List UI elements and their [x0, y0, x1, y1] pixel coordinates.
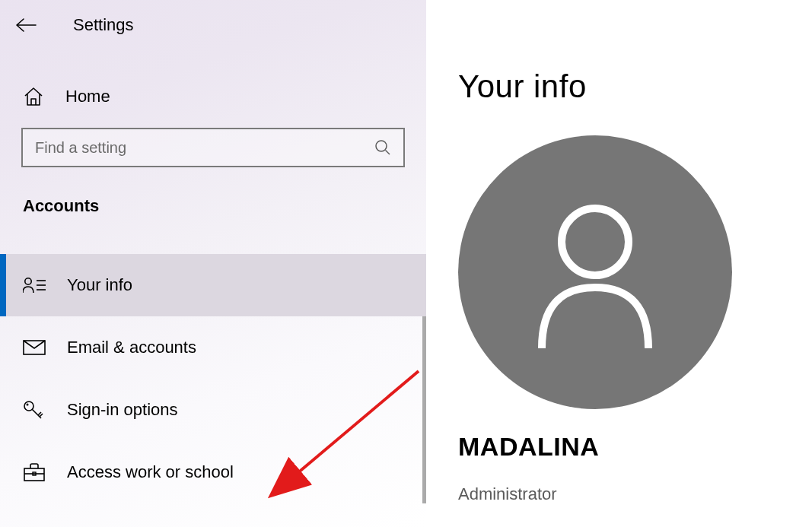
- svg-line-1: [386, 151, 390, 155]
- key-icon: [23, 400, 46, 420]
- home-nav[interactable]: Home: [0, 87, 426, 106]
- header-row: Settings: [0, 0, 426, 35]
- window-title: Settings: [73, 15, 134, 35]
- nav-label: Sign-in options: [67, 400, 178, 420]
- search-input[interactable]: [35, 139, 374, 157]
- home-label: Home: [65, 87, 110, 106]
- sidebar: Settings Home Accounts: [0, 0, 426, 527]
- svg-point-0: [376, 141, 387, 151]
- briefcase-icon: [23, 463, 46, 481]
- search-icon: [374, 139, 391, 156]
- nav-label: Your info: [67, 275, 132, 295]
- person-icon: [519, 189, 671, 356]
- main-content: Your info MADALINA Administrator: [426, 0, 812, 527]
- avatar: [458, 135, 732, 409]
- search-box[interactable]: [21, 128, 405, 167]
- svg-rect-9: [24, 468, 44, 481]
- nav-item-your-info[interactable]: Your info: [0, 254, 426, 316]
- nav-item-access-work-school[interactable]: Access work or school: [0, 441, 426, 503]
- user-role: Administrator: [458, 484, 812, 504]
- nav-label: Email & accounts: [67, 338, 196, 357]
- nav-label: Access work or school: [67, 462, 234, 482]
- search-container: [21, 128, 405, 167]
- nav-item-sign-in-options[interactable]: Sign-in options: [0, 379, 426, 441]
- svg-point-12: [562, 208, 629, 275]
- user-list-icon: [23, 276, 46, 294]
- nav-list: Your info Email & accounts Sign-in optio…: [0, 254, 426, 503]
- page-heading: Your info: [458, 68, 812, 105]
- svg-point-2: [25, 278, 31, 284]
- nav-item-email-accounts[interactable]: Email & accounts: [0, 316, 426, 379]
- section-heading: Accounts: [0, 167, 426, 216]
- envelope-icon: [23, 340, 46, 355]
- user-name: MADALINA: [458, 432, 812, 462]
- back-arrow-icon[interactable]: [15, 17, 37, 33]
- svg-point-8: [27, 404, 29, 406]
- home-icon: [23, 87, 44, 106]
